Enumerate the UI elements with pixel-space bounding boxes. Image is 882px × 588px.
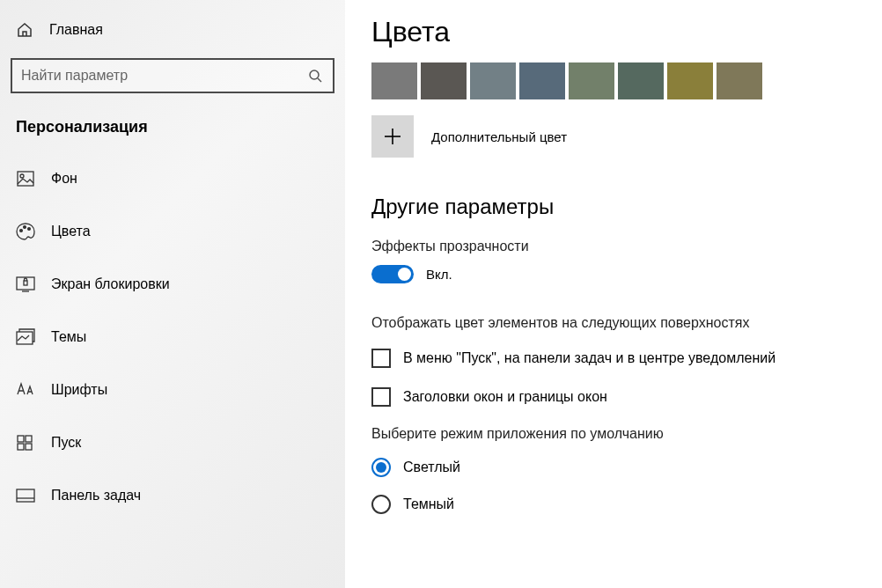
color-swatch[interactable]	[371, 62, 417, 99]
svg-rect-2	[18, 172, 33, 186]
nav-label: Шрифты	[51, 382, 107, 398]
nav-taskbar[interactable]: Панель задач	[0, 469, 345, 522]
color-swatch[interactable]	[717, 62, 762, 99]
svg-point-0	[310, 70, 319, 79]
nav-colors[interactable]: Цвета	[0, 205, 345, 258]
svg-rect-12	[26, 436, 32, 442]
fonts-icon	[16, 380, 35, 400]
checkbox-icon	[371, 387, 391, 407]
checkbox-icon	[371, 349, 391, 368]
radio-label: Светлый	[403, 459, 460, 475]
other-options-heading: Другие параметры	[371, 195, 856, 219]
app-mode-heading: Выберите режим приложения по умолчанию	[371, 426, 856, 442]
custom-color-button[interactable]: Дополнительный цвет	[371, 115, 856, 158]
nav-label: Пуск	[51, 435, 81, 451]
surface-heading: Отображать цвет элементов на следующих п…	[371, 315, 856, 331]
section-title: Персонализация	[0, 93, 345, 152]
color-swatches	[371, 62, 856, 99]
color-swatch[interactable]	[519, 62, 565, 99]
svg-rect-11	[18, 436, 24, 442]
checkbox-label: Заголовки окон и границы окон	[403, 389, 607, 405]
radio-dark[interactable]: Темный	[371, 495, 856, 514]
transparency-toggle[interactable]	[371, 265, 414, 283]
plus-icon	[371, 115, 414, 158]
nav-label: Цвета	[51, 224, 91, 239]
custom-color-label: Дополнительный цвет	[431, 129, 567, 144]
nav-label: Фон	[51, 171, 77, 187]
nav-background[interactable]: Фон	[0, 152, 345, 205]
color-swatch[interactable]	[618, 62, 664, 99]
svg-rect-15	[17, 489, 34, 502]
palette-icon	[16, 222, 35, 241]
checkbox-start-taskbar[interactable]: В меню "Пуск", на панели задач и в центр…	[371, 349, 856, 368]
main-content: Цвета Дополнительный цвет Другие парамет…	[345, 0, 882, 588]
color-swatch[interactable]	[569, 62, 614, 99]
svg-rect-9	[24, 281, 27, 285]
lockscreen-icon	[16, 275, 35, 294]
nav-start[interactable]: Пуск	[0, 416, 345, 469]
color-swatch[interactable]	[470, 62, 516, 99]
nav-label: Панель задач	[51, 488, 141, 503]
home-link[interactable]: Главная	[0, 11, 345, 49]
search-container	[11, 58, 334, 93]
themes-icon	[16, 327, 35, 347]
nav-lockscreen[interactable]: Экран блокировки	[0, 258, 345, 311]
svg-point-4	[20, 230, 23, 232]
search-input[interactable]	[21, 68, 298, 84]
color-swatch[interactable]	[667, 62, 713, 99]
checkbox-label: В меню "Пуск", на панели задач и в центр…	[403, 350, 775, 366]
radio-light[interactable]: Светлый	[371, 458, 856, 477]
nav-label: Темы	[51, 329, 86, 345]
svg-point-3	[20, 174, 24, 178]
home-label: Главная	[49, 22, 103, 38]
page-title: Цвета	[371, 16, 856, 48]
taskbar-icon	[16, 486, 35, 505]
home-icon	[16, 21, 33, 39]
radio-label: Темный	[403, 496, 454, 512]
checkbox-titlebars[interactable]: Заголовки окон и границы окон	[371, 387, 856, 407]
toggle-state-label: Вкл.	[426, 267, 452, 282]
svg-rect-7	[17, 277, 34, 290]
svg-point-5	[24, 226, 26, 229]
radio-icon	[371, 495, 391, 514]
sidebar: Главная Персонализация Фон	[0, 0, 345, 588]
nav-themes[interactable]: Темы	[0, 311, 345, 364]
start-icon	[16, 433, 35, 452]
picture-icon	[16, 169, 35, 188]
svg-line-1	[318, 78, 321, 82]
radio-icon	[371, 458, 391, 477]
color-swatch[interactable]	[421, 62, 467, 99]
transparency-label: Эффекты прозрачности	[371, 239, 856, 254]
search-icon	[298, 69, 333, 83]
svg-rect-13	[18, 444, 24, 450]
nav-label: Экран блокировки	[51, 276, 170, 292]
nav-fonts[interactable]: Шрифты	[0, 364, 345, 416]
svg-rect-14	[26, 444, 32, 450]
svg-point-6	[28, 228, 31, 231]
search-box[interactable]	[11, 58, 334, 93]
